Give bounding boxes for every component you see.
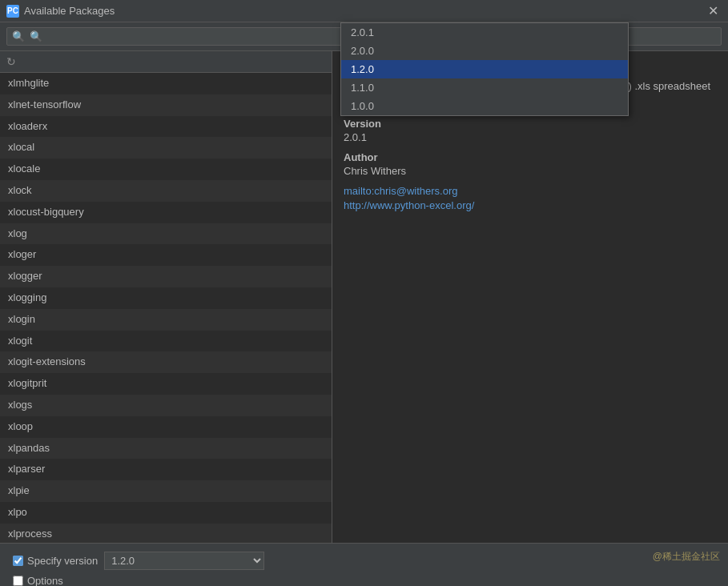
specify-version-text: Specify version: [27, 555, 98, 567]
list-item[interactable]: xlnet-tensorflow: [0, 94, 332, 116]
options-label[interactable]: Options: [13, 575, 63, 586]
list-item[interactable]: xlocal: [0, 137, 332, 159]
specify-section: Specify version 2.0.12.0.01.2.01.1.01.0.…: [6, 548, 722, 586]
left-panel: ↻ xlmhglitexlnet-tensorflowxloaderxxloca…: [0, 51, 332, 543]
window-title: Available Packages: [24, 5, 115, 17]
dropdown-item[interactable]: 1.1.0: [341, 78, 628, 97]
list-item[interactable]: xlogitprit: [0, 373, 332, 395]
watermark: @稀土掘金社区: [653, 550, 720, 564]
list-item[interactable]: xlpo: [0, 502, 332, 524]
list-item[interactable]: xloaderx: [0, 116, 332, 138]
version-dropdown: 2.0.12.0.01.2.01.1.01.0.0: [340, 22, 629, 116]
specify-version-checkbox[interactable]: [13, 556, 23, 566]
app-icon: PC: [6, 5, 19, 18]
dropdown-item[interactable]: 1.0.0: [341, 97, 628, 115]
list-item[interactable]: xlog: [0, 223, 332, 245]
bottom-area: Specify version 2.0.12.0.01.2.01.1.01.0.…: [0, 543, 728, 586]
specify-version-label[interactable]: Specify version: [13, 555, 98, 567]
list-item[interactable]: xlogger: [0, 266, 332, 287]
list-item[interactable]: xlocust-bigquery: [0, 202, 332, 223]
search-icon: 🔍: [12, 30, 25, 42]
specify-row: Specify version 2.0.12.0.01.2.01.1.01.0.…: [13, 552, 715, 570]
dropdown-item[interactable]: 1.2.0: [341, 60, 628, 78]
title-bar-left: PC Available Packages: [6, 5, 115, 18]
list-item[interactable]: xlogs: [0, 395, 332, 416]
list-item[interactable]: xloger: [0, 244, 332, 266]
right-panel: Description Library for developers to ex…: [332, 51, 728, 543]
options-text: Options: [27, 575, 63, 586]
list-item[interactable]: xlogging: [0, 287, 332, 309]
refresh-icon[interactable]: ↻: [6, 55, 16, 68]
title-bar: PC Available Packages ✕: [0, 0, 728, 22]
version-select[interactable]: 2.0.12.0.01.2.01.1.01.0.0: [104, 552, 264, 570]
author-label: Author: [344, 151, 717, 163]
package-list: xlmhglitexlnet-tensorflowxloaderxxlocalx…: [0, 73, 332, 543]
refresh-row: ↻: [0, 51, 332, 73]
version-label: Version: [344, 118, 717, 130]
website-link[interactable]: http://www.python-excel.org/: [344, 199, 717, 211]
options-row: Options: [13, 575, 715, 586]
options-checkbox[interactable]: [13, 576, 23, 586]
list-item[interactable]: xlogit-extensions: [0, 351, 332, 373]
list-item[interactable]: xlpandas: [0, 438, 332, 460]
list-item[interactable]: xlpie: [0, 480, 332, 502]
list-item[interactable]: xlprocess: [0, 524, 332, 543]
list-item[interactable]: xlocale: [0, 159, 332, 180]
list-item[interactable]: xlock: [0, 180, 332, 202]
version-value: 2.0.1: [344, 131, 717, 143]
list-item[interactable]: xlmhglite: [0, 73, 332, 94]
list-item[interactable]: xlparser: [0, 459, 332, 480]
dropdown-item[interactable]: 2.0.1: [341, 23, 628, 42]
dropdown-item[interactable]: 2.0.0: [341, 42, 628, 60]
list-item[interactable]: xlogit: [0, 331, 332, 352]
author-value: Chris Withers: [344, 165, 717, 177]
main-content: ↻ xlmhglitexlnet-tensorflowxloaderxxloca…: [0, 51, 728, 543]
list-item[interactable]: xloop: [0, 416, 332, 438]
list-item[interactable]: xlogin: [0, 309, 332, 331]
close-button[interactable]: ✕: [705, 3, 722, 19]
email-link[interactable]: mailto:chris@withers.org: [344, 185, 717, 197]
